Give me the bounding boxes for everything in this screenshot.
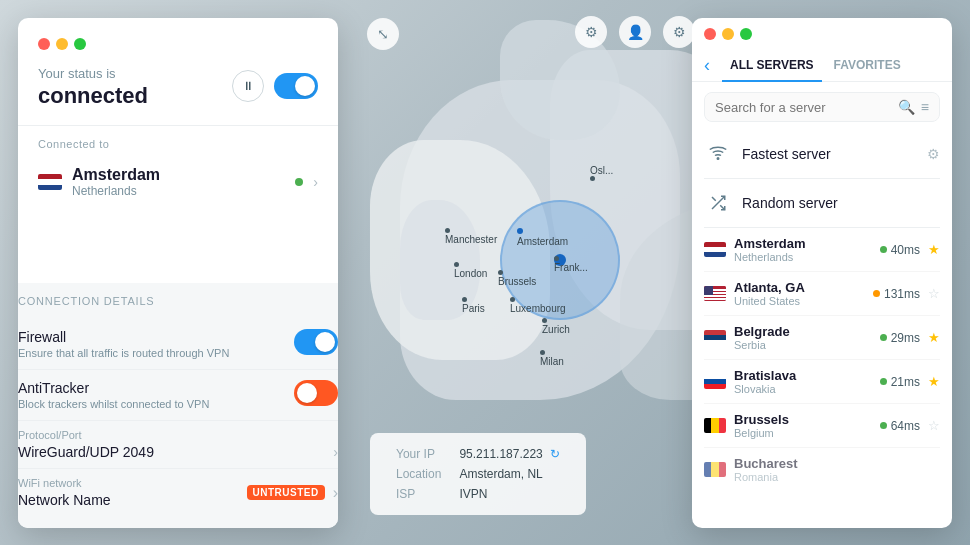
divider-1 bbox=[18, 125, 338, 126]
filter-icon[interactable]: ≡ bbox=[921, 99, 929, 115]
preferences-icon-button[interactable]: ⚙ bbox=[663, 16, 695, 48]
belgrade-star-icon[interactable]: ★ bbox=[928, 330, 940, 345]
server-name: Amsterdam bbox=[72, 166, 285, 184]
server-item-atlanta[interactable]: Atlanta, GA United States 131ms ☆ bbox=[704, 272, 940, 316]
ip-value: 95.211.187.223 ↻ bbox=[451, 445, 568, 463]
city-luxembourg: Luxembourg bbox=[510, 297, 566, 314]
map-collapse-button[interactable]: ⤡ bbox=[367, 18, 399, 50]
antitracker-description: Block trackers whilst connected to VPN bbox=[18, 398, 282, 410]
brussels-ping-dot bbox=[880, 422, 887, 429]
amsterdam-country: Netherlands bbox=[734, 251, 872, 263]
flag-nl-amsterdam bbox=[704, 242, 726, 257]
status-state: connected bbox=[38, 83, 148, 109]
amsterdam-ping-dot bbox=[880, 246, 887, 253]
fastest-server-label: Fastest server bbox=[742, 146, 917, 162]
flag-us-atlanta bbox=[704, 286, 726, 301]
city-brussels: Brussels bbox=[498, 270, 536, 287]
svg-line-3 bbox=[712, 197, 716, 201]
connected-section: Connected to Amsterdam Netherlands › bbox=[38, 138, 318, 206]
belgrade-ping-dot bbox=[880, 334, 887, 341]
untrusted-badge: UNTRUSTED bbox=[247, 485, 325, 500]
server-item-bratislava[interactable]: Bratislava Slovakia 21ms ★ bbox=[704, 360, 940, 404]
close-dot[interactable] bbox=[38, 38, 50, 50]
server-online-dot bbox=[295, 178, 303, 186]
pause-button[interactable]: ⏸ bbox=[232, 70, 264, 102]
atlanta-ping: 131ms bbox=[873, 287, 920, 301]
protocol-label: Protocol/Port bbox=[18, 429, 338, 441]
wifi-label: WiFi network bbox=[18, 477, 111, 489]
brussels-name: Brussels bbox=[734, 412, 872, 427]
nl-flag bbox=[38, 174, 62, 190]
city-oslo: Osl... bbox=[590, 165, 613, 181]
signal-icon bbox=[704, 140, 732, 168]
maximize-dot[interactable] bbox=[74, 38, 86, 50]
firewall-title: Firewall bbox=[18, 329, 282, 345]
server-country: Netherlands bbox=[72, 184, 285, 198]
server-list: Fastest server ⚙ Random server bbox=[692, 130, 952, 528]
server-item-bucharest[interactable]: Bucharest Romania bbox=[704, 448, 940, 491]
right-panel-traffic-lights bbox=[692, 18, 952, 46]
bucharest-name: Bucharest bbox=[734, 456, 940, 471]
protocol-row[interactable]: Protocol/Port WireGuard/UDP 2049 › bbox=[18, 421, 338, 469]
location-value: Amsterdam, NL bbox=[451, 465, 568, 483]
wifi-row[interactable]: WiFi network Network Name UNTRUSTED › bbox=[18, 469, 338, 516]
current-server-row[interactable]: Amsterdam Netherlands › bbox=[38, 158, 318, 206]
firewall-description: Ensure that all traffic is routed throug… bbox=[18, 347, 282, 359]
tab-favorites[interactable]: FAVORITES bbox=[826, 50, 909, 82]
atlanta-info: Atlanta, GA United States bbox=[734, 280, 865, 307]
account-icon-button[interactable]: 👤 bbox=[619, 16, 651, 48]
bratislava-info: Bratislava Slovakia bbox=[734, 368, 872, 395]
shuffle-icon bbox=[704, 189, 732, 217]
ip-label: Your IP bbox=[388, 445, 449, 463]
bratislava-ping-dot bbox=[880, 378, 887, 385]
protocol-chevron-icon: › bbox=[333, 444, 338, 460]
server-item-amsterdam[interactable]: Amsterdam Netherlands 40ms ★ bbox=[704, 228, 940, 272]
bucharest-country: Romania bbox=[734, 471, 940, 483]
flag-rs-belgrade bbox=[704, 330, 726, 345]
city-milan: Milan bbox=[540, 350, 564, 367]
random-server-row[interactable]: Random server bbox=[704, 179, 940, 228]
brussels-star-icon[interactable]: ☆ bbox=[928, 418, 940, 433]
antitracker-title: AntiTracker bbox=[18, 380, 282, 396]
server-info: Amsterdam Netherlands bbox=[72, 166, 285, 198]
bratislava-star-icon[interactable]: ★ bbox=[928, 374, 940, 389]
vpn-toggle[interactable] bbox=[274, 73, 318, 99]
server-tabs: ‹ ALL SERVERS FAVORITES bbox=[692, 46, 952, 82]
status-row: Your status is connected ⏸ bbox=[38, 66, 318, 109]
brussels-ping: 64ms bbox=[880, 419, 920, 433]
server-item-belgrade[interactable]: Belgrade Serbia 29ms ★ bbox=[704, 316, 940, 360]
fastest-server-row[interactable]: Fastest server ⚙ bbox=[704, 130, 940, 179]
search-bar: 🔍 ≡ bbox=[704, 92, 940, 122]
right-close-dot[interactable] bbox=[704, 28, 716, 40]
minimize-dot[interactable] bbox=[56, 38, 68, 50]
right-minimize-dot[interactable] bbox=[722, 28, 734, 40]
settings-icon-button[interactable]: ⚙ bbox=[575, 16, 607, 48]
svg-point-0 bbox=[717, 158, 719, 160]
ip-info-bar: Your IP 95.211.187.223 ↻ Location Amster… bbox=[370, 433, 586, 515]
left-panel: Your status is connected ⏸ Connected to … bbox=[18, 18, 338, 528]
server-item-brussels[interactable]: Brussels Belgium 64ms ☆ bbox=[704, 404, 940, 448]
connected-to-label: Connected to bbox=[38, 138, 318, 150]
tab-all-servers[interactable]: ALL SERVERS bbox=[722, 50, 822, 82]
wifi-chevron-icon: › bbox=[333, 484, 338, 502]
antitracker-toggle[interactable] bbox=[294, 380, 338, 406]
fastest-server-gear-icon[interactable]: ⚙ bbox=[927, 146, 940, 162]
random-server-label: Random server bbox=[742, 195, 940, 211]
city-frankfurt: Frank... bbox=[554, 256, 588, 273]
firewall-toggle[interactable] bbox=[294, 329, 338, 355]
bratislava-ping: 21ms bbox=[880, 375, 920, 389]
right-panel: ‹ ALL SERVERS FAVORITES 🔍 ≡ Fastest serv… bbox=[692, 18, 952, 528]
bratislava-country: Slovakia bbox=[734, 383, 872, 395]
amsterdam-info: Amsterdam Netherlands bbox=[734, 236, 872, 263]
city-paris: Paris bbox=[462, 297, 485, 314]
status-label: Your status is bbox=[38, 66, 148, 81]
city-amsterdam: Amsterdam bbox=[517, 228, 568, 247]
back-button[interactable]: ‹ bbox=[704, 55, 710, 76]
brussels-info: Brussels Belgium bbox=[734, 412, 872, 439]
atlanta-star-icon[interactable]: ☆ bbox=[928, 286, 940, 301]
search-input[interactable] bbox=[715, 100, 892, 115]
search-icon: 🔍 bbox=[898, 99, 915, 115]
city-zurich: Zurich bbox=[542, 318, 570, 335]
right-maximize-dot[interactable] bbox=[740, 28, 752, 40]
amsterdam-star-icon[interactable]: ★ bbox=[928, 242, 940, 257]
